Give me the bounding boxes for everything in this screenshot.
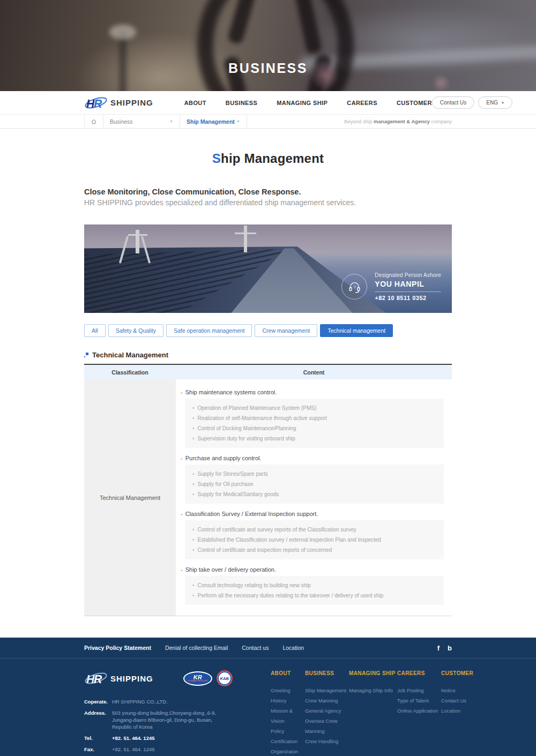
footer-nav-link[interactable]: Crew Manning <box>305 695 349 706</box>
mast-shape <box>136 230 139 253</box>
nav-item-managing-ship[interactable]: MANAGING SHIP <box>277 100 327 106</box>
footer: Privacy Policy Statement Denial of colle… <box>0 638 536 756</box>
headset-icon: ? <box>341 274 367 300</box>
list-item-text: Supervision duty for visiting onboard sh… <box>198 436 295 441</box>
nav-item-business[interactable]: BUSINESS <box>226 100 257 106</box>
page-hero-banner: BUSINESS <box>0 0 536 91</box>
dash-marker: - <box>181 511 183 517</box>
logo[interactable]: H R SHIPPING <box>84 95 153 111</box>
kr-badge-text: KR <box>193 675 202 680</box>
footer-nav-link[interactable]: Managing Ship Info <box>349 685 397 695</box>
content-cell: -Ship maintenance systems control. •Oper… <box>176 379 452 616</box>
list-item: •Operation of Planned Maintenance System… <box>192 403 436 413</box>
list-item-text: Control of certificate and survey report… <box>198 527 356 533</box>
bullet-marker: • <box>192 405 195 411</box>
nav-item-customer[interactable]: CUSTOMER <box>397 100 432 106</box>
footer-link-privacy[interactable]: Privacy Policy Statement <box>84 645 151 651</box>
bullet-marker: • <box>192 537 195 543</box>
list-item-text: Supply for Stores/Spare parts <box>198 471 268 477</box>
section-bullet-icon <box>84 353 88 358</box>
tab-crew-management[interactable]: Crew management <box>255 324 317 337</box>
page-title-accent: S <box>212 151 221 166</box>
nav-item-about[interactable]: ABOUT <box>184 100 206 106</box>
footer-link-location[interactable]: Location <box>282 645 304 651</box>
group-items-box: •Operation of Planned Maintenance System… <box>185 399 444 448</box>
footer-col-customer: CUSTOMER Notice Contact Us Location <box>441 670 469 756</box>
tab-safety-quality[interactable]: Safety & Quality <box>108 324 163 337</box>
footer-link-email-denial[interactable]: Denial of collecting Email <box>165 645 228 651</box>
footer-nav-link[interactable]: Notice <box>441 685 469 695</box>
footer-nav-link[interactable]: History <box>271 695 305 706</box>
mast-crossarm-shape <box>128 234 147 236</box>
tab-technical-management[interactable]: Technical management <box>320 324 393 337</box>
svg-text:?: ? <box>353 285 355 289</box>
footer-nav-link[interactable]: Ship Management <box>305 685 349 695</box>
nav-item-careers[interactable]: CAREERS <box>347 100 377 106</box>
footer-nav-link[interactable]: Certification <box>271 736 305 746</box>
bullet-marker: • <box>192 491 195 497</box>
dpa-phone: +82 10 8511 0352 <box>375 295 441 301</box>
breadcrumb-level2-dropdown[interactable]: Ship Management ▼ <box>180 115 247 128</box>
footer-nav-link[interactable]: Online Application <box>397 706 441 716</box>
content-group: -Ship maintenance systems control. •Oper… <box>181 388 444 448</box>
breadcrumb-level1-dropdown[interactable]: Business ▼ <box>103 115 180 128</box>
intro-headline: Close Monitoring, Close Communication, C… <box>84 188 452 196</box>
blog-icon[interactable]: b <box>448 645 452 652</box>
group-items-box: •Consult technology relating to building… <box>185 576 444 605</box>
info-value: +82. 51. 464. 1246 <box>112 746 231 753</box>
footer-col-business: BUSINESS Ship Management Crew Manning Ge… <box>305 670 349 756</box>
footer-nav-link[interactable]: Crew Handling <box>305 736 349 746</box>
footer-nav-link[interactable]: Policy <box>271 726 305 736</box>
contact-us-button[interactable]: Contact Us <box>432 96 474 109</box>
language-selector[interactable]: ENG ▼ <box>478 96 512 109</box>
footer-nav-link[interactable]: Mission & Vision <box>271 706 305 726</box>
tagline-pre: Beyond ship <box>344 118 374 124</box>
banner-title: BUSINESS <box>0 61 536 76</box>
chevron-down-icon: ▼ <box>236 119 240 123</box>
footer-nav-link[interactable]: Contact Us <box>441 695 469 706</box>
group-title-text: Classification Survey / External Inspect… <box>185 511 318 517</box>
group-title: -Classification Survey / External Inspec… <box>181 510 444 518</box>
list-item: •Control of certificate and inspection r… <box>192 545 436 555</box>
group-items-box: •Control of certificate and survey repor… <box>185 520 444 559</box>
info-row: Coperate. HR SHIPPING CO.,LTD. <box>84 698 257 705</box>
footer-nav-link[interactable]: Greeting <box>271 685 305 695</box>
page-title-rest: hip Management <box>221 151 324 166</box>
group-title: -Ship maintenance systems control. <box>181 388 444 396</box>
home-button[interactable] <box>84 115 103 128</box>
logo-hr-icon: H R <box>84 95 108 111</box>
breadcrumb: Business ▼ Ship Management ▼ Beyond ship… <box>0 114 536 129</box>
group-title: -Ship take over / delivery operation. <box>181 566 444 573</box>
bullet-marker: • <box>192 593 195 598</box>
info-row: Address. 503 young-dong building,Choryan… <box>84 709 257 730</box>
mast-crossarm-shape <box>235 233 256 234</box>
footer-nav-link[interactable]: Type of Talent <box>397 695 441 706</box>
kr-badge-subtext: KOREAN REGISTER <box>188 680 207 682</box>
table-row: Technical Management -Ship maintenance s… <box>84 379 452 616</box>
intro-subtext: HR SHIPPING provides specialized and dif… <box>84 198 452 207</box>
dpa-name: YOU HANPIL <box>375 280 441 288</box>
list-item: •Supply for Oil purchase <box>192 479 436 489</box>
footer-logo[interactable]: H R SHIPPING <box>84 670 153 686</box>
list-item: •Control of certificate and survey repor… <box>192 525 436 535</box>
header-actions: Contact Us ENG ▼ <box>432 96 512 109</box>
bullet-marker: • <box>192 582 195 588</box>
info-row: Fax. +82. 51. 464. 1246 <box>84 746 257 753</box>
footer-nav-link[interactable]: Job Posting <box>397 685 441 695</box>
footer-nav-link[interactable]: Organizaion <box>271 746 305 756</box>
content-group: -Classification Survey / External Inspec… <box>181 510 444 559</box>
footer-nav-link[interactable]: General Agency <box>305 706 349 716</box>
footer-col-title: BUSINESS <box>305 670 349 676</box>
facebook-icon[interactable]: f <box>437 645 440 652</box>
social-links: f b <box>437 645 452 652</box>
list-item: •Supervision duty for visiting onboard s… <box>192 433 436 444</box>
list-item-text: Supply for Medical/Sanitary goods <box>198 491 279 497</box>
management-table: Classification Content Technical Managem… <box>84 364 452 616</box>
footer-nav-link[interactable]: Oversea Crew Manning <box>305 716 349 736</box>
footer-nav-link[interactable]: Location <box>441 706 469 716</box>
tab-all[interactable]: All <box>84 324 106 337</box>
tab-safe-operation[interactable]: Safe operation management <box>166 324 252 337</box>
bullet-marker: • <box>192 547 195 553</box>
footer-link-contact[interactable]: Contact us <box>242 645 269 651</box>
group-items-box: •Supply for Stores/Spare parts •Supply f… <box>185 465 444 504</box>
